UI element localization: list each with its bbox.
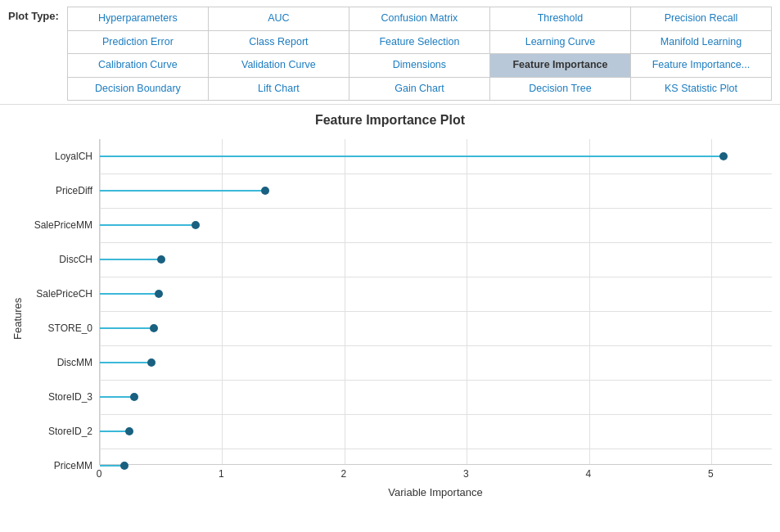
plot-type-label: Plot Type:: [8, 10, 59, 22]
plot-type-cell[interactable]: Gain Chart: [349, 78, 490, 101]
plot-type-cell[interactable]: Learning Curve: [490, 31, 631, 55]
y-label: DiscMM: [57, 345, 92, 380]
plot-type-grid: HyperparametersAUCConfusion MatrixThresh…: [67, 7, 772, 101]
plot-type-cell[interactable]: Feature Importance...: [631, 54, 772, 78]
bar-dot: [155, 290, 163, 298]
plot-type-cell[interactable]: KS Statistic Plot: [631, 78, 772, 101]
bar-dot: [719, 152, 728, 160]
plot-type-cell[interactable]: Manifold Learning: [631, 31, 772, 55]
plot-type-cell[interactable]: Threshold: [490, 7, 631, 31]
plot-type-cell[interactable]: Precision Recall: [631, 7, 772, 31]
plot-type-cell[interactable]: Feature Selection: [349, 31, 490, 55]
y-label: StoreID_3: [48, 380, 92, 414]
plot-type-cell[interactable]: Feature Importance: [490, 54, 631, 78]
x-tick-label: 2: [341, 468, 347, 480]
y-label: PriceDiff: [56, 174, 92, 208]
y-label: LoyalCH: [55, 139, 92, 174]
bar-line: [100, 293, 159, 295]
bar-dot: [130, 393, 138, 401]
plot-type-section: Plot Type: HyperparametersAUCConfusion M…: [0, 0, 780, 105]
x-tick-label: 1: [219, 468, 224, 480]
plot-type-cell[interactable]: Dimensions: [349, 54, 490, 78]
plot-type-cell[interactable]: Class Report: [209, 31, 349, 55]
chart-title: Feature Importance Plot: [8, 113, 772, 128]
y-label: SalePriceMM: [34, 208, 92, 242]
plot-type-cell[interactable]: AUC: [209, 7, 349, 31]
plot-type-cell[interactable]: Hyperparameters: [68, 7, 209, 31]
x-tick-label: 3: [463, 468, 469, 480]
x-tick-label: 0: [97, 468, 102, 480]
plot-type-cell[interactable]: Validation Curve: [209, 54, 349, 78]
bar-dot: [150, 324, 158, 332]
y-label: DiscCH: [59, 242, 92, 277]
bar-line: [100, 327, 154, 329]
x-axis-label: Variable Importance: [99, 486, 772, 498]
x-tick-label: 5: [708, 468, 714, 480]
y-label: SalePriceCH: [36, 277, 92, 311]
bar-dot: [192, 221, 200, 229]
plot-type-cell[interactable]: Calibration Curve: [68, 54, 209, 78]
bar-line: [100, 156, 724, 157]
y-label: PriceMM: [54, 449, 92, 483]
y-axis-label: Features: [8, 139, 24, 498]
bar-line: [100, 396, 134, 398]
bar-line: [100, 224, 196, 226]
bar-line: [100, 190, 265, 192]
bar-line: [100, 259, 161, 260]
chart-area: Feature Importance Plot Features LoyalCH…: [0, 105, 780, 507]
plot-type-cell[interactable]: Decision Boundary: [68, 78, 209, 101]
bar-dot: [261, 187, 269, 195]
bar-dot: [147, 358, 156, 367]
y-label: STORE_0: [48, 311, 92, 345]
chart-container: Features LoyalCHPriceDiffSalePriceMMDisc…: [8, 139, 772, 498]
plot-type-cell[interactable]: Confusion Matrix: [349, 7, 490, 31]
plot-type-cell[interactable]: Prediction Error: [68, 31, 209, 55]
x-tick-label: 4: [585, 468, 591, 480]
plot-type-cell[interactable]: Decision Tree: [490, 78, 631, 101]
y-label: StoreID_2: [48, 414, 92, 449]
bar-line: [100, 362, 151, 363]
bar-dot: [157, 255, 165, 264]
bar-dot: [125, 427, 133, 435]
plot-type-cell[interactable]: Lift Chart: [209, 78, 349, 101]
